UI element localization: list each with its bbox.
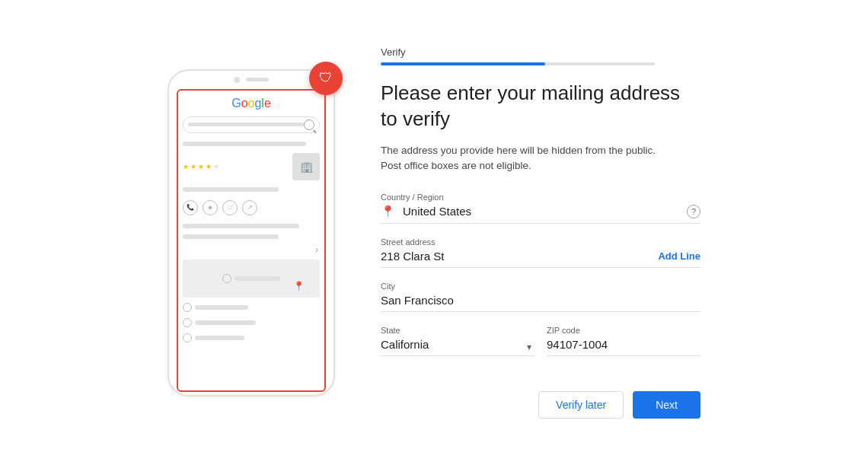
shield-badge: 🛡 <box>309 62 343 95</box>
city-value[interactable]: San Francisco <box>381 294 700 307</box>
speaker-icon <box>246 78 269 81</box>
list-bar-1 <box>183 224 299 228</box>
verify-later-button[interactable]: Verify later <box>538 391 624 419</box>
list-item-phone <box>183 318 320 327</box>
city-field-group: City San Francisco <box>381 282 700 312</box>
country-field-group: Country / Region 📍 United States ? <box>381 193 700 224</box>
save-icon: □ <box>222 200 238 215</box>
phone-illustration: 🛡 Google <box>168 69 335 397</box>
result-bar-1 <box>183 142 306 146</box>
step-header: Verify <box>381 46 700 65</box>
progress-bar-fill <box>381 62 545 65</box>
location-icon: 📍 <box>381 205 395 218</box>
country-label: Country / Region <box>381 193 700 202</box>
state-zip-row: State AlabamaAlaskaArizonaArkansasCalifo… <box>381 326 700 356</box>
state-select[interactable]: AlabamaAlaskaArizonaArkansasCaliforniaCo… <box>381 338 535 356</box>
search-placeholder <box>188 123 304 126</box>
list-bar-2 <box>183 234 279 239</box>
phone-mockup: Google ★ ★ ★ ★ ★ <box>168 69 335 397</box>
city-label: City <box>381 282 700 291</box>
pin-icon <box>222 274 231 283</box>
result-bar-2 <box>183 187 279 192</box>
street-label: Street address <box>381 237 700 247</box>
phone-screen-border: Google ★ ★ ★ ★ ★ <box>177 89 326 392</box>
add-line-button[interactable]: Add Line <box>658 250 700 262</box>
page-heading: Please enter your mailing address to ver… <box>381 81 700 132</box>
country-field-row: 📍 United States ? <box>381 205 700 224</box>
list-item-web <box>183 333 320 342</box>
page-subtitle: The address you provide here will be hid… <box>381 143 662 174</box>
google-logo: Google <box>183 97 320 110</box>
search-bar <box>183 116 320 133</box>
map-pin-icon: 📍 <box>293 281 305 291</box>
shield-icon: 🛡 <box>319 70 333 86</box>
street-value[interactable]: 218 Clara St <box>381 250 653 263</box>
progress-bar-wrap <box>381 62 655 65</box>
street-field-group: Street address 218 Clara St Add Line <box>381 237 700 268</box>
list-item-clock <box>183 303 320 312</box>
zip-input[interactable] <box>547 338 700 356</box>
stars-row: ★ ★ ★ ★ ★ 🏢 <box>183 153 320 180</box>
city-field-row: San Francisco <box>381 294 700 312</box>
call-icon <box>183 318 192 327</box>
state-select-wrap: AlabamaAlaskaArizonaArkansasCaliforniaCo… <box>381 338 535 356</box>
globe-icon <box>183 333 192 342</box>
page-container: 🛡 Google <box>0 0 868 465</box>
country-value: United States <box>403 205 682 218</box>
state-field-group: State AlabamaAlaskaArizonaArkansasCalifo… <box>381 326 535 356</box>
search-icon <box>304 119 314 130</box>
help-icon[interactable]: ? <box>687 205 700 218</box>
map-thumbnail: 📍 <box>183 260 320 298</box>
step-label: Verify <box>381 46 700 58</box>
right-panel: Verify Please enter your mailing address… <box>381 46 700 418</box>
expand-arrow: › <box>183 244 318 255</box>
street-field-row: 218 Clara St Add Line <box>381 250 700 268</box>
address-form: Country / Region 📍 United States ? Stree… <box>381 193 700 370</box>
next-button[interactable]: Next <box>633 391 700 419</box>
directions-icon: ◈ <box>203 200 218 215</box>
actions-row: Verify later Next <box>381 391 700 419</box>
phone-screen-content: Google ★ ★ ★ ★ ★ <box>178 91 324 390</box>
phone-icon: 📞 <box>183 200 198 215</box>
clock-icon <box>183 303 192 312</box>
camera-icon <box>234 77 240 83</box>
zip-label: ZIP code <box>547 326 700 335</box>
zip-field-group: ZIP code <box>547 326 700 356</box>
action-icons-row: 📞 ◈ □ ↗ <box>183 200 320 215</box>
state-label: State <box>381 326 535 335</box>
business-image: 🏢 <box>292 153 320 180</box>
share-icon: ↗ <box>242 200 257 215</box>
